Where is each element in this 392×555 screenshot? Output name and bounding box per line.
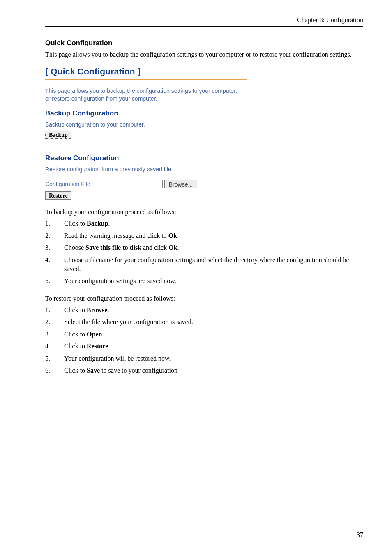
list-item-number: 6. — [45, 366, 53, 375]
list-item: 4.Click to Restore. — [45, 342, 363, 351]
list-item-number: 4. — [45, 256, 53, 273]
list-item-text: Your configuration settings are saved no… — [64, 276, 363, 286]
list-item-text: Choose Save this file to disk and click … — [64, 243, 363, 252]
list-item-number: 2. — [45, 318, 53, 327]
file-input[interactable] — [93, 180, 163, 188]
panel-intro: This page allows you to backup the confi… — [45, 87, 247, 103]
restore-heading: Restore Configuration — [45, 154, 247, 162]
backup-button[interactable]: Backup — [45, 131, 71, 139]
list-item: 1.Click to Backup. — [45, 219, 363, 228]
panel-rule-orange — [45, 79, 247, 80]
list-item: 2.Read the warning message and click to … — [45, 231, 363, 240]
list-item-number: 2. — [45, 231, 53, 240]
list-item-text: Read the warning message and click to Ok… — [64, 231, 363, 240]
list-item-number: 1. — [45, 306, 53, 315]
list-item-number: 3. — [45, 243, 53, 252]
list-item: 4.Choose a filename for your configurati… — [45, 256, 363, 273]
file-row: Configuration File Browse... — [45, 180, 247, 188]
list-item-text: Click to Open. — [64, 330, 363, 339]
restore-text: Restore configuration from a previously … — [45, 166, 247, 173]
list-item-number: 4. — [45, 342, 53, 351]
list-item: 1.Click to Browse. — [45, 306, 363, 315]
header-rule — [45, 26, 363, 27]
backup-heading: Backup Configuration — [45, 109, 247, 117]
list-item-number: 3. — [45, 330, 53, 339]
list-item: 5.Your configuration settings are saved … — [45, 276, 363, 286]
list-item: 3.Click to Open. — [45, 330, 363, 339]
list-item-number: 5. — [45, 276, 53, 286]
file-label: Configuration File — [45, 181, 90, 187]
panel-separator — [45, 149, 247, 149]
restore-steps-intro: To restore your configuration proceed as… — [45, 295, 363, 303]
panel-intro-line1: This page allows you to backup the confi… — [45, 88, 237, 94]
list-item-number: 1. — [45, 219, 53, 228]
list-item: 2.Select the file where your configurati… — [45, 318, 363, 327]
chapter-header: Chapter 3: Configuration — [45, 16, 363, 26]
browse-button[interactable]: Browse... — [164, 180, 197, 188]
backup-text: Backup configuration to your computer. — [45, 121, 247, 129]
restore-button[interactable]: Restore — [45, 191, 71, 200]
list-item-text: Select the file where your configuration… — [64, 318, 363, 327]
page-number: 37 — [357, 531, 363, 539]
list-item-text: Your configuration will be restored now. — [64, 354, 363, 363]
list-item: 6.Click to Save to save to your configur… — [45, 366, 363, 375]
section-title: Quick Configuration — [45, 39, 363, 47]
backup-steps-list: 1.Click to Backup.2.Read the warning mes… — [45, 219, 363, 286]
panel-intro-line2: or restore configuration from your compu… — [45, 95, 157, 102]
panel-title: [ Quick Configuration ] — [45, 67, 247, 76]
list-item-number: 5. — [45, 354, 53, 363]
restore-steps-list: 1.Click to Browse.2.Select the file wher… — [45, 306, 363, 375]
quick-config-panel: [ Quick Configuration ] This page allows… — [45, 67, 247, 200]
section-intro: This page allows you to backup the confi… — [45, 51, 363, 59]
list-item: 5.Your configuration will be restored no… — [45, 354, 363, 363]
backup-steps-intro: To backup your configuration proceed as … — [45, 208, 363, 216]
list-item-text: Click to Backup. — [64, 219, 363, 228]
list-item-text: Choose a filename for your configuration… — [64, 256, 363, 273]
list-item-text: Click to Browse. — [64, 306, 363, 315]
list-item-text: Click to Save to save to your configurat… — [64, 366, 363, 375]
list-item-text: Click to Restore. — [64, 342, 363, 351]
panel-rule-dark — [45, 78, 247, 78]
list-item: 3.Choose Save this file to disk and clic… — [45, 243, 363, 252]
